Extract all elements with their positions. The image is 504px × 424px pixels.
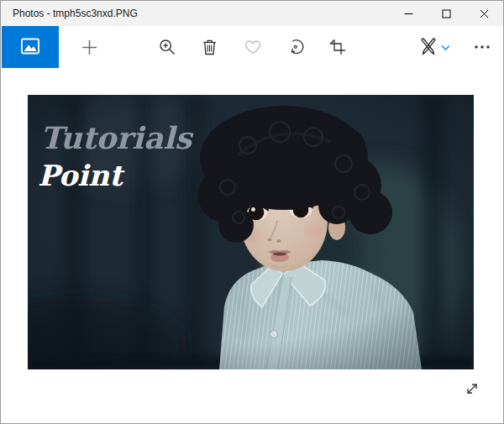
close-button[interactable] [465,1,503,26]
crop-icon [329,39,346,55]
watermark-line1: Tutorials [40,120,194,155]
crop-button[interactable] [319,26,356,68]
ellipsis-icon [474,44,491,50]
zoom-in-button[interactable] [149,26,186,68]
viewer-area: Tutorials Point [2,68,503,423]
rotate-button[interactable] [277,26,314,68]
see-more-button[interactable] [464,26,501,68]
photos-app-window: Photos - tmph5sc3nxd.PNG [0,0,504,424]
minimize-button[interactable] [390,1,428,26]
magnifier-plus-icon [159,39,176,55]
edit-and-create-button[interactable] [408,26,460,68]
expand-diagonal-icon [465,381,480,399]
window-titlebar: Photos - tmph5sc3nxd.PNG [1,1,503,26]
minimize-icon [404,9,413,18]
add-to-button[interactable] [71,26,108,68]
fullscreen-button[interactable] [460,378,484,401]
photo-icon [20,37,40,58]
favorite-button[interactable] [234,26,271,68]
heart-icon [244,39,261,55]
watermark-line2: Point [38,159,125,192]
see-all-photos-button[interactable] [2,26,59,68]
window-controls [390,1,503,26]
pencil-brush-icon [419,37,438,58]
rotate-icon [287,39,304,55]
window-title: Photos - tmph5sc3nxd.PNG [13,8,138,19]
maximize-button[interactable] [428,1,465,26]
delete-button[interactable] [191,26,228,68]
trash-icon [202,39,218,55]
close-icon [480,9,489,18]
maximize-icon [442,9,451,18]
plus-icon [81,39,97,55]
photo-image[interactable]: Tutorials Point [28,95,474,369]
toolbar [2,26,503,68]
chevron-down-icon [441,41,450,54]
